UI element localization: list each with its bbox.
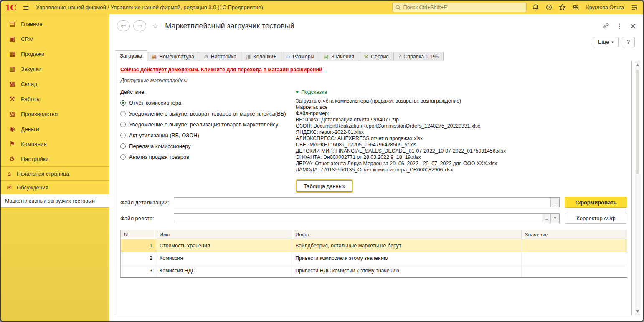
- sidebar-bottom-item[interactable]: ⌂ Начальная страница: [1, 167, 109, 181]
- global-search[interactable]: [392, 3, 527, 12]
- tab[interactable]: Загрузка: [115, 50, 147, 61]
- tab-label: Номенклатура: [159, 54, 194, 60]
- table-column-header[interactable]: N: [121, 230, 156, 239]
- action-column: Действие: Отчёт комиссионера Уведомление…: [120, 89, 296, 192]
- registry-file-clear-button[interactable]: ×: [550, 214, 559, 223]
- sidebar-bottom-item[interactable]: ✉ Обсуждения: [1, 181, 109, 194]
- radio-option-label: Передача комиссионеру: [129, 143, 191, 149]
- help-tab-icon: ?: [398, 54, 401, 59]
- sidebar-item[interactable]: ▩ Склад: [1, 76, 109, 91]
- purchases-icon: ▥: [8, 65, 16, 73]
- service-tab-icon: ⚒: [364, 54, 368, 59]
- sidebar-bottom-nav: ⌂ Начальная страница ✉ Обсуждения Маркет…: [1, 166, 109, 208]
- favorites-star-icon[interactable]: [558, 3, 567, 12]
- tab[interactable]: ⚙ Настройка: [199, 52, 241, 61]
- radio-option-label: Анализ продаж товаров: [129, 154, 189, 160]
- radio-option[interactable]: Акт утилизации (ВБ, ОЗОН): [120, 130, 296, 141]
- main-menu-icon[interactable]: ≡: [23, 3, 29, 12]
- app-window: 1С ≡ Управление нашей фирмой / Управлени…: [0, 0, 644, 322]
- sidebar-bottom-item-label: Начальная страница: [17, 171, 69, 177]
- detail-file-browse-button[interactable]: ...: [550, 198, 559, 207]
- tab-label: Размеры: [293, 54, 314, 60]
- cell-info: Привести НДС комиссии к этому значению: [292, 264, 522, 277]
- scroll-down-arrow[interactable]: ▼: [636, 308, 639, 315]
- start-page-icon: ⌂: [6, 170, 13, 177]
- form-window-controls: ⋮ ×: [603, 21, 636, 31]
- window-title: Управление нашей фирмой / Управление наш…: [36, 4, 388, 10]
- tab[interactable]: ↔ Размеры: [281, 52, 319, 61]
- generate-button[interactable]: Сформировать: [565, 197, 627, 208]
- chevron-down-icon: ▼: [296, 90, 299, 94]
- vertical-scrollbar[interactable]: ▲ ▼: [635, 61, 640, 315]
- hint-toggle[interactable]: ▼ Подсказка: [296, 89, 627, 95]
- scroll-up-arrow[interactable]: ▲: [636, 61, 639, 68]
- scroll-thumb[interactable]: [636, 70, 639, 174]
- discussions-icon: ✉: [6, 184, 13, 191]
- tab[interactable]: ▦ Номенклатура: [147, 52, 199, 61]
- registry-file-browse-button[interactable]: ...: [542, 214, 550, 223]
- sidebar-item[interactable]: ⚒ Работы: [1, 91, 109, 106]
- sidebar-item[interactable]: ▣ CRM: [1, 31, 109, 46]
- table-column-header[interactable]: Инфо: [292, 230, 522, 239]
- radio-option[interactable]: Анализ продаж товаров: [120, 151, 296, 162]
- radio-option[interactable]: Отчёт комиссионера: [120, 97, 296, 108]
- sidebar-item[interactable]: ◉ Деньги: [1, 121, 109, 136]
- current-user[interactable]: Круглова Ольга: [586, 5, 624, 10]
- more-button[interactable]: Еще ▾: [593, 37, 619, 47]
- tab[interactable]: ⚒ Сервис: [359, 52, 394, 61]
- table-row[interactable]: 3 Комиссия НДС Привести НДС комиссии к э…: [121, 264, 627, 277]
- tab[interactable]: ◨ Колонки+: [241, 52, 281, 61]
- 1c-logo: 1С: [5, 3, 16, 12]
- sidebar-filler: [1, 208, 109, 321]
- tab-content: Сейчас действует деморежим. Кликните для…: [115, 61, 632, 315]
- sidebar-item[interactable]: ⚙ Настройки: [1, 151, 109, 166]
- history-icon[interactable]: [544, 3, 553, 12]
- service-menu-icon[interactable]: [630, 3, 639, 12]
- sidebar-item[interactable]: ▧ Производство: [1, 106, 109, 121]
- tab-label: Загрузка: [120, 53, 142, 59]
- invoice-corrector-button[interactable]: Корректор сч/ф: [565, 213, 627, 224]
- radio-option[interactable]: Передача комиссионеру: [120, 141, 296, 151]
- hint-line: СБЕРМАРКЕТ: 6081_12205_1664796428505_5f.…: [296, 142, 627, 148]
- notifications-bell-icon[interactable]: [531, 3, 540, 12]
- sidebar-item[interactable]: ▥ Закупки: [1, 61, 109, 76]
- table-row[interactable]: 2 Комиссия Привести комиссию к этому зна…: [121, 252, 627, 264]
- help-button[interactable]: ?: [622, 37, 635, 47]
- tab-label: Настройка: [211, 54, 237, 60]
- hint-line: АЛИЭКСПРЕСС: ALIEXPRESS отчет о продажах…: [296, 136, 627, 142]
- tab[interactable]: ? Справка 1.195: [394, 52, 444, 61]
- sidebar-bottom-item[interactable]: Маркетплейсный загрузчик тестовый: [1, 194, 109, 208]
- registry-file-input[interactable]: [174, 214, 542, 223]
- hint-line: ЯНДЕКС: report-2022-01.xlsx: [296, 129, 627, 136]
- sidebar-item[interactable]: ▦ Продажи: [1, 46, 109, 61]
- sidebar-item-label: Деньги: [21, 126, 39, 132]
- back-button[interactable]: ←: [117, 20, 130, 31]
- detail-file-input[interactable]: [174, 198, 550, 207]
- page-header: ← → ☆ Маркетплейсный загрузчик тестовый …: [109, 14, 643, 33]
- cell-name: Комиссия НДС: [156, 264, 292, 277]
- link-icon[interactable]: [603, 23, 609, 29]
- warehouse-icon: ▩: [8, 80, 16, 88]
- sidebar-item-label: Компания: [21, 141, 47, 147]
- table-row[interactable]: 1 Стоимость хранения Вайлдберрис, осталь…: [121, 239, 627, 252]
- radio-icon: [120, 133, 126, 138]
- caret-down-icon: ▾: [611, 40, 614, 44]
- radio-option[interactable]: Уведомление о выкупе: возврат товаров от…: [120, 108, 296, 119]
- sidebar-item[interactable]: ⚑ Компания: [1, 136, 109, 151]
- search-input[interactable]: [403, 5, 524, 10]
- tab-label: Сервис: [371, 54, 389, 60]
- hint-line: Файл-пример:: [296, 111, 627, 117]
- favorite-star-icon[interactable]: ☆: [152, 22, 158, 30]
- forward-button[interactable]: →: [133, 20, 146, 31]
- table-column-header[interactable]: Значение: [522, 230, 627, 239]
- app-body: ▤ Главное ▣ CRM ▦ Продажи ▥ Закупки ▩ Ск…: [1, 14, 643, 321]
- radio-option[interactable]: Уведомление о выкупе: реализация товаров…: [120, 119, 296, 130]
- tab[interactable]: ▤ Значения: [319, 52, 360, 61]
- users-icon[interactable]: [571, 3, 580, 12]
- table-column-header[interactable]: Имя: [156, 230, 292, 239]
- close-icon[interactable]: ×: [629, 21, 636, 31]
- sidebar-item[interactable]: ▤ Главное: [1, 16, 109, 31]
- data-table-button[interactable]: Таблица данных: [297, 180, 352, 192]
- demo-mode-link[interactable]: Сейчас действует деморежим. Кликните для…: [120, 67, 322, 73]
- more-menu-icon[interactable]: ⋮: [616, 22, 623, 30]
